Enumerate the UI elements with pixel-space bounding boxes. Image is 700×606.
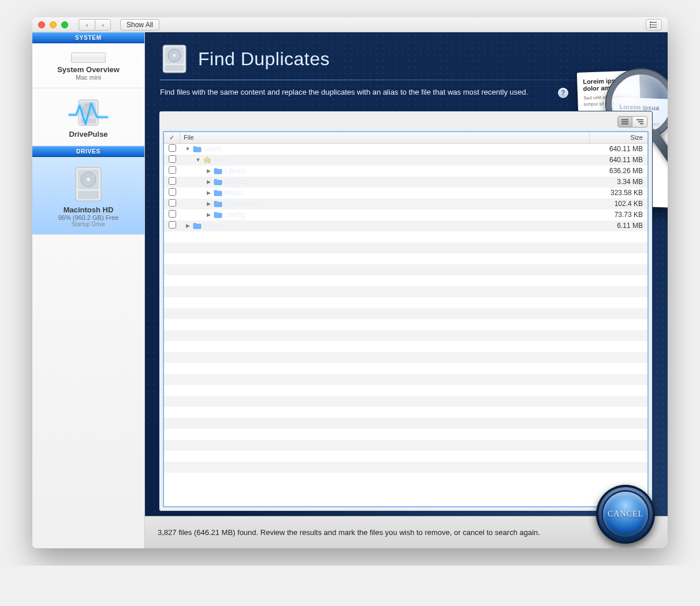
col-header-size[interactable]: Size	[590, 132, 647, 143]
minimize-window-button[interactable]	[50, 21, 57, 28]
folder-icon	[214, 178, 222, 185]
svg-point-3	[650, 21, 651, 23]
sidebar-item-sub2: Startup Drive	[36, 221, 141, 227]
file-size: 323.58 KB	[590, 189, 647, 197]
svg-rect-14	[78, 191, 99, 199]
table-row-empty	[164, 275, 647, 286]
table-row[interactable]: ▶Documents102.4 KB	[164, 199, 647, 210]
table-row[interactable]: ▶Music323.58 KB	[164, 188, 647, 199]
row-checkbox[interactable]	[169, 166, 176, 174]
table-row-empty	[164, 429, 647, 440]
folder-icon	[214, 211, 222, 218]
table-row[interactable]: ▶Library636.26 MB	[164, 166, 647, 177]
row-checkbox[interactable]	[169, 221, 176, 229]
sidebar-item-sub: 96% (960.2 GB) Free	[36, 214, 141, 221]
file-name: mattt	[214, 156, 229, 164]
view-list-button[interactable]	[617, 116, 632, 128]
mac-mini-icon	[71, 53, 106, 63]
footer: 3,827 files (646.21 MB) found. Review th…	[145, 516, 668, 548]
view-collapse-button[interactable]	[632, 116, 647, 128]
cancel-button[interactable]: CANCEL	[596, 485, 655, 544]
sidebar: SYSTEM System Overview Mac mini DrivePul…	[32, 32, 145, 548]
sidebar-item-drivepulse[interactable]: DrivePulse	[32, 88, 144, 146]
results-table: ✓ File Size ▼Users640.11 MB▼mattt640.11 …	[163, 131, 649, 507]
svg-point-4	[650, 24, 651, 25]
list-icon	[650, 21, 658, 28]
harddisk-header-icon	[160, 44, 189, 74]
row-checkbox[interactable]	[169, 188, 176, 196]
table-row[interactable]: ▶Desktop3.34 MB	[164, 177, 647, 188]
disclosure-triangle[interactable]: ▶	[206, 212, 211, 218]
table-row-empty	[164, 297, 647, 308]
sidebar-item-macintosh-hd[interactable]: Macintosh HD 96% (960.2 GB) Free Startup…	[32, 157, 144, 235]
folder-icon	[193, 145, 202, 152]
disclosure-triangle[interactable]: ▼	[185, 146, 191, 152]
disclosure-triangle[interactable]: ▶	[206, 168, 211, 174]
table-row[interactable]: ▶.config73.73 KB	[164, 210, 647, 220]
show-all-button[interactable]: Show All	[120, 19, 159, 31]
file-name: Users	[204, 145, 222, 153]
row-checkbox[interactable]	[169, 144, 176, 152]
results-panel: ✓ File Size ▼Users640.11 MB▼mattt640.11 …	[159, 111, 653, 511]
page-title: Find Duplicates	[198, 48, 330, 70]
table-row-empty	[164, 407, 647, 418]
disclosure-triangle[interactable]: ▶	[185, 223, 191, 229]
back-button[interactable]: ‹	[79, 19, 95, 31]
row-checkbox[interactable]	[169, 199, 176, 207]
svg-point-5	[650, 27, 651, 28]
file-name: Music	[225, 189, 243, 197]
zoom-window-button[interactable]	[61, 21, 68, 28]
cancel-button-label: CANCEL	[603, 492, 648, 537]
file-size: 640.11 MB	[590, 145, 647, 153]
svg-point-18	[173, 54, 176, 57]
disclosure-triangle[interactable]: ▶	[206, 190, 211, 196]
list-view-button[interactable]	[646, 19, 662, 31]
table-row[interactable]: ▼mattt640.11 MB	[164, 155, 647, 166]
table-row-empty	[164, 253, 647, 264]
disclosure-triangle[interactable]: ▶	[206, 179, 211, 185]
table-row-empty	[164, 231, 647, 242]
table-row-empty	[164, 374, 647, 385]
close-window-button[interactable]	[38, 21, 45, 28]
table-row-empty	[164, 385, 647, 396]
folder-icon	[214, 167, 222, 174]
sidebar-item-sub: Mac mini	[36, 74, 141, 81]
sidebar-section-system: SYSTEM	[32, 32, 144, 43]
table-row-empty	[164, 264, 647, 275]
drivepulse-icon	[68, 98, 109, 128]
forward-button[interactable]: ›	[95, 19, 111, 31]
table-row-empty	[164, 330, 647, 341]
table-row[interactable]: ▼Users640.11 MB	[164, 144, 647, 155]
table-row-empty	[164, 418, 647, 429]
traffic-lights	[38, 21, 68, 28]
table-row-empty	[164, 286, 647, 297]
sidebar-item-label: Macintosh HD	[36, 205, 141, 214]
table-body[interactable]: ▼Users640.11 MB▼mattt640.11 MB▶Library63…	[164, 144, 647, 506]
table-row-empty	[164, 462, 647, 473]
table-header: ✓ File Size	[164, 132, 647, 144]
table-row-empty	[164, 396, 647, 407]
disclosure-triangle[interactable]: ▶	[206, 201, 211, 207]
sidebar-item-label: DrivePulse	[36, 130, 141, 139]
file-size: 102.4 KB	[590, 200, 647, 208]
svg-point-13	[87, 178, 90, 181]
table-row-empty	[164, 440, 647, 451]
table-row-empty	[164, 451, 647, 462]
col-header-file[interactable]: File	[180, 132, 590, 143]
home-icon	[203, 156, 211, 163]
folder-icon	[214, 189, 222, 196]
disclosure-triangle[interactable]: ▼	[195, 157, 201, 163]
col-header-check[interactable]: ✓	[164, 132, 180, 143]
file-size: 6.11 MB	[590, 222, 647, 230]
row-checkbox[interactable]	[169, 155, 176, 163]
table-row[interactable]: ▶private6.11 MB	[164, 220, 647, 231]
row-checkbox[interactable]	[169, 177, 176, 185]
table-row-empty	[164, 363, 647, 374]
sidebar-item-system-overview[interactable]: System Overview Mac mini	[32, 43, 144, 88]
file-name: Documents	[225, 200, 260, 208]
row-checkbox[interactable]	[169, 210, 176, 218]
file-size: 73.73 KB	[590, 211, 647, 219]
file-name: .config	[225, 211, 245, 219]
help-button[interactable]: ?	[558, 88, 568, 98]
window: ‹ › Show All SYSTEM System Overview Mac …	[32, 17, 668, 548]
